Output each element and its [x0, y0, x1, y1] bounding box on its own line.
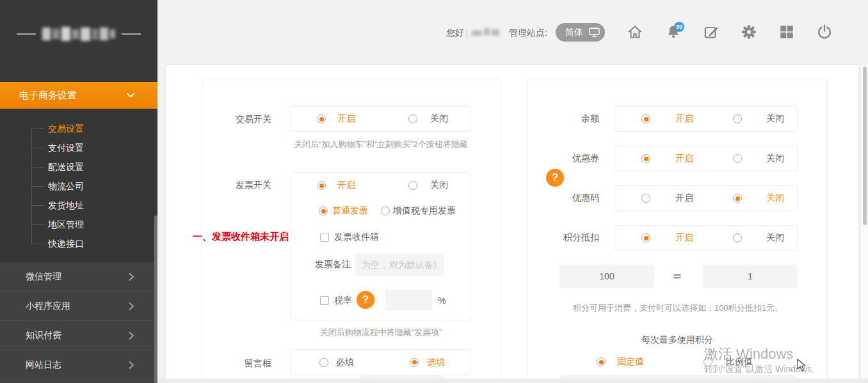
message-box-label: 留言框 — [202, 358, 271, 370]
points-to-input[interactable] — [703, 265, 798, 288]
coupon-code-off-radio[interactable] — [733, 194, 742, 203]
site-label: 管理站点: — [509, 27, 547, 39]
invoice-off-radio[interactable] — [408, 181, 417, 190]
points-from-input[interactable] — [559, 265, 654, 288]
points-off-label[interactable]: 关闭 — [766, 232, 784, 244]
sidebar-item-ecommerce-settings[interactable]: 电子商务设置 — [0, 82, 157, 109]
invoice-note-label: 发票备注 — [315, 259, 351, 270]
sidebar-groups: 微信管理 小程序应用 知识付费 网站日志 — [0, 262, 157, 383]
fixed-value-radio[interactable] — [597, 357, 606, 366]
invoice-switch-row: 开启 关闭 — [291, 176, 470, 194]
fixed-value-label[interactable]: 固定值 — [617, 356, 644, 368]
chevron-right-icon — [127, 361, 136, 370]
message-box-group: 必填 选填 — [291, 349, 471, 375]
coupon-code-off-label[interactable]: 关闭 — [766, 192, 784, 204]
invoice-on-radio[interactable] — [317, 181, 326, 190]
chevron-down-icon — [125, 90, 136, 100]
message-optional-label[interactable]: 选填 — [427, 357, 445, 368]
sidebar-item-shipping-address[interactable]: 发货地址 — [0, 196, 157, 215]
coupon-code-switch-group: 开启 关闭 — [615, 185, 798, 211]
transaction-on-label[interactable]: 开启 — [337, 113, 355, 125]
edit-compose-icon[interactable] — [703, 24, 719, 40]
coupon-on-label[interactable]: 开启 — [675, 153, 693, 164]
marketing-settings-panel: 余额 开启 关闭 优惠券 开启 关闭 ? 优惠码 开启 关闭 积分抵扣 开启 关… — [527, 79, 828, 383]
message-required-radio[interactable] — [319, 358, 328, 367]
invoice-inbox-annotation: 一、发票收件箱未开启 — [193, 231, 289, 243]
sidebar-item-transaction-settings[interactable]: 交易设置 — [0, 119, 157, 138]
sidebar-item-wechat-management[interactable]: 微信管理 — [0, 262, 157, 292]
invoice-help-text: 关闭后购物流程中将隐藏“发票项” — [291, 326, 471, 338]
sidebar-item-express-api[interactable]: 快递接口 — [0, 234, 157, 253]
invoice-type-vat-label[interactable]: 增值税专用发票 — [393, 205, 456, 217]
invoice-type-normal-radio[interactable] — [319, 207, 328, 215]
home-icon[interactable] — [627, 24, 643, 40]
coupon-switch-group: 开启 关闭 — [615, 146, 798, 171]
horizontal-scrollbar-band[interactable] — [157, 379, 868, 383]
group-label: 微信管理 — [26, 271, 61, 283]
coupon-code-on-radio[interactable] — [641, 194, 650, 203]
transaction-switch-label: 交易开关 — [202, 114, 271, 125]
logo-dash-left — [17, 33, 36, 35]
points-off-radio[interactable] — [733, 233, 742, 242]
sidebar: 电子商务设置 交易设置 支付设置 配送设置 物流公司 发货地址 地区管理 快递接… — [0, 0, 157, 383]
transaction-help-text: 关闭后“加入购物车”和“立刻购买”2个按钮将隐藏 — [291, 138, 471, 150]
sidebar-item-miniprogram-app[interactable]: 小程序应用 — [0, 292, 157, 321]
tax-help-icon[interactable]: ? — [357, 291, 374, 309]
invoice-on-label[interactable]: 开启 — [337, 180, 355, 191]
logo-dash-right — [122, 33, 141, 35]
sidebar-item-logistics-company[interactable]: 物流公司 — [0, 176, 157, 196]
tax-rate-input[interactable] — [385, 290, 432, 311]
coupon-help-icon[interactable]: ? — [546, 169, 564, 187]
windows-activation-watermark-line1: 激活 Windows — [704, 345, 793, 364]
invoice-type-vat-radio[interactable] — [381, 207, 390, 215]
balance-label: 余额 — [527, 113, 599, 125]
sidebar-item-delivery-settings[interactable]: 配送设置 — [0, 157, 157, 176]
tax-rate-label[interactable]: 税率 — [334, 295, 352, 306]
coupon-on-radio[interactable] — [641, 154, 650, 163]
apps-grid-icon[interactable] — [778, 24, 795, 40]
app-logo-area — [0, 0, 157, 82]
invoice-note-row: 发票备注 — [291, 253, 470, 276]
sidebar-item-payment-settings[interactable]: 支付设置 — [0, 138, 157, 157]
settings-gear-icon[interactable] — [741, 24, 757, 40]
tax-rate-checkbox[interactable] — [320, 296, 329, 305]
coupon-label: 优惠券 — [527, 153, 599, 164]
language-selector-pill[interactable]: 简体 — [556, 23, 605, 42]
transaction-off-label[interactable]: 关闭 — [430, 113, 448, 125]
balance-on-radio[interactable] — [641, 114, 650, 123]
invoice-inbox-label[interactable]: 发票收件箱 — [334, 231, 379, 243]
transaction-off-radio[interactable] — [408, 114, 417, 123]
sidebar-item-knowledge-payment[interactable]: 知识付费 — [0, 321, 157, 350]
message-optional-radio[interactable] — [410, 358, 419, 367]
balance-off-label[interactable]: 关闭 — [766, 113, 784, 125]
logo-blurred-glyphs — [42, 27, 115, 41]
balance-on-label[interactable]: 开启 — [675, 113, 693, 125]
invoice-off-label[interactable]: 关闭 — [430, 180, 448, 191]
coupon-code-on-label[interactable]: 开启 — [675, 192, 693, 204]
coupon-off-radio[interactable] — [733, 154, 742, 163]
balance-off-radio[interactable] — [733, 114, 742, 123]
page-scrollbar-thumb[interactable] — [863, 66, 867, 225]
sidebar-scrollbar-thumb[interactable] — [154, 215, 157, 383]
message-required-label[interactable]: 必填 — [336, 357, 354, 368]
sidebar-item-region-management[interactable]: 地区管理 — [0, 215, 157, 234]
points-on-radio[interactable] — [641, 233, 650, 242]
transaction-switch-group: 开启 关闭 — [291, 106, 471, 132]
transaction-on-radio[interactable] — [317, 114, 326, 123]
invoice-type-row: 普通发票 增值税专用发票 — [291, 202, 470, 220]
invoice-tax-row: 税率 ? % — [291, 290, 470, 311]
invoice-note-input[interactable] — [355, 253, 444, 276]
tax-unit-label: % — [438, 295, 446, 306]
points-on-label[interactable]: 开启 — [675, 232, 693, 244]
points-deduction-label: 积分抵扣 — [527, 232, 599, 244]
header-divider: | — [465, 27, 468, 38]
sidebar-item-site-logs[interactable]: 网站日志 — [0, 350, 157, 380]
coupon-off-label[interactable]: 关闭 — [766, 153, 784, 164]
sidebar-next-item-partial — [0, 380, 157, 383]
username-blurred — [472, 28, 499, 36]
invoice-inbox-checkbox[interactable] — [320, 233, 329, 242]
notification-count-badge: 30 — [674, 22, 684, 32]
invoice-type-normal-label[interactable]: 普通发票 — [332, 205, 368, 217]
logout-power-icon[interactable] — [816, 24, 833, 40]
chevron-right-icon — [127, 272, 136, 281]
